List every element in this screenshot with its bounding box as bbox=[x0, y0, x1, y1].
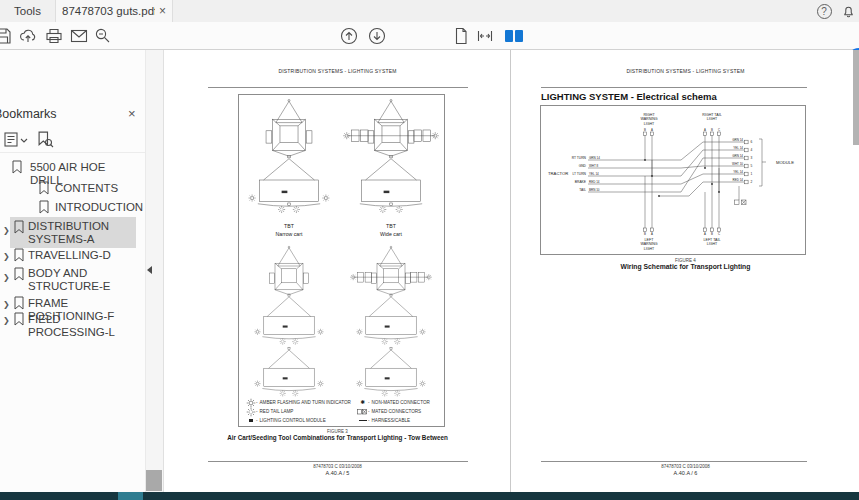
right-page-header-rule bbox=[541, 87, 807, 88]
chevron-right-icon[interactable]: ❯ bbox=[3, 300, 10, 309]
signal-label: RT TURN bbox=[572, 156, 587, 160]
light-label: RIGHT bbox=[643, 113, 655, 117]
document-scrollbar-thumb[interactable] bbox=[853, 50, 859, 145]
pin-letter: C bbox=[718, 232, 720, 236]
pin-number: 4 bbox=[751, 148, 753, 152]
pin-letter: A bbox=[704, 232, 706, 236]
pin-number: 1 bbox=[751, 172, 753, 176]
page-down-icon[interactable] bbox=[368, 27, 386, 45]
bookmarks-panel-title: Bookmarks bbox=[0, 107, 57, 121]
help-icon[interactable]: ? bbox=[816, 3, 832, 19]
signal-label: GND bbox=[579, 164, 587, 168]
wire-label: BRN 10 bbox=[589, 188, 600, 192]
chevron-right-icon[interactable]: ❯ bbox=[3, 252, 10, 261]
wire-label: YEL 14 bbox=[733, 170, 743, 174]
sidebar-item-contents[interactable]: CONTENTS bbox=[55, 182, 140, 195]
left-footer-rule bbox=[208, 461, 468, 462]
two-page-view-icon[interactable] bbox=[504, 27, 522, 45]
notifications-bell-icon[interactable] bbox=[840, 3, 856, 19]
collapse-panel-icon[interactable] bbox=[147, 266, 152, 274]
bookmarks-panel: Bookmarks × 5500 AIR HOE DRILL bbox=[0, 50, 145, 492]
acrobat-window: Tools 87478703 guts.pdf (... × ? bbox=[0, 0, 859, 500]
left-footer-page: A.40.A / 5 bbox=[165, 470, 510, 476]
sidebar-item-introduction[interactable]: INTRODUCTION bbox=[55, 201, 140, 214]
wiring-schematic-diagram: TRACTOR MODULE RT TURN GND LT TURN BRAKE… bbox=[541, 106, 805, 254]
tab-bar: Tools 87478703 guts.pdf (... × ? bbox=[0, 0, 859, 23]
light-label: LIGHT bbox=[707, 242, 718, 246]
sidebar-item-field-processing[interactable]: FIELD PROCESSING-L bbox=[28, 313, 143, 339]
bookmarks-toolbar bbox=[0, 128, 145, 153]
sidebar-item-body-structure[interactable]: BODY AND STRUCTURE-E bbox=[28, 267, 118, 293]
light-label: WARNING bbox=[640, 242, 657, 246]
pin-letter: C bbox=[718, 128, 720, 132]
legend-label: RED TAIL LAMP bbox=[260, 409, 294, 414]
wire-label: GRN 14 bbox=[589, 156, 600, 160]
panel-scrollbar-thumb[interactable] bbox=[146, 470, 162, 491]
bookmark-options-icon[interactable] bbox=[4, 131, 28, 149]
wire-label: WHT 8 bbox=[589, 164, 599, 168]
light-label: RIGHT TAIL bbox=[702, 113, 721, 117]
pin-letter: B bbox=[711, 232, 713, 236]
fit-width-icon[interactable] bbox=[476, 27, 494, 45]
page-up-icon[interactable] bbox=[340, 27, 358, 45]
close-panel-icon[interactable]: × bbox=[128, 106, 136, 121]
taskbar-accent-segment bbox=[118, 492, 143, 500]
tab-tools[interactable]: Tools bbox=[0, 0, 55, 22]
pin-letter: B bbox=[644, 232, 646, 236]
section-title: LIGHTING SYSTEM - Electrical schema bbox=[541, 91, 717, 102]
wire-label: GRN 14 bbox=[732, 154, 743, 158]
page-divider bbox=[510, 50, 511, 492]
light-label: WARNING bbox=[640, 117, 657, 121]
signal-label: LT TURN bbox=[572, 172, 586, 176]
save-icon[interactable] bbox=[0, 27, 12, 45]
zoom-magnifier-icon[interactable] bbox=[94, 27, 112, 45]
email-icon[interactable] bbox=[70, 27, 88, 45]
legend-label: LIGHTING CONTROL MODULE bbox=[260, 418, 326, 423]
chevron-right-icon[interactable]: ❯ bbox=[3, 226, 10, 235]
non-mated-connector-icon: ✱ bbox=[357, 400, 368, 405]
signal-label: BRAKE bbox=[575, 180, 587, 184]
tab-document[interactable]: 87478703 guts.pdf (... × bbox=[55, 0, 173, 22]
chevron-right-icon[interactable]: ❯ bbox=[3, 273, 10, 282]
pin-number: 5 bbox=[751, 164, 753, 168]
signal-label: TAIL bbox=[579, 188, 586, 192]
wire-label: RED 14 bbox=[589, 180, 600, 184]
wire-label: YEL 14 bbox=[733, 146, 743, 150]
sidebar-item-travelling[interactable]: TRAVELLING-D bbox=[28, 249, 133, 262]
pin-number: 3 bbox=[751, 156, 753, 160]
light-label: LIGHT bbox=[644, 122, 655, 126]
sidebar-item-distribution-systems[interactable]: DISTRIBUTION SYSTEMS-A bbox=[28, 220, 128, 246]
right-footer-rule bbox=[541, 461, 807, 462]
left-footer-code: 87478703 C 03/10/2008 bbox=[165, 464, 510, 469]
main-toolbar: / 272 bbox=[0, 22, 859, 50]
legend-label: HARNESS/CABLE bbox=[372, 418, 411, 423]
right-footer-page: A.40.A / 6 bbox=[512, 470, 859, 476]
wire-label: RED 14 bbox=[732, 178, 743, 182]
left-figure-caption: Air Cart/Seeding Tool Combinations for T… bbox=[170, 434, 505, 441]
right-figure-caption: Wiring Schematic for Transport Lighting bbox=[512, 263, 859, 270]
diagram-label: TBT bbox=[284, 223, 295, 229]
tab-tools-label: Tools bbox=[14, 5, 41, 17]
wire-label: WHT 10 bbox=[732, 162, 743, 166]
close-tab-icon[interactable]: × bbox=[159, 4, 166, 18]
pin-letter: A bbox=[704, 128, 706, 132]
left-page-header-rule bbox=[208, 87, 468, 88]
module-label: MODULE bbox=[776, 160, 794, 165]
light-label: LEFT bbox=[645, 238, 655, 242]
print-icon[interactable] bbox=[45, 27, 63, 45]
red-tail-lamp-icon bbox=[245, 407, 256, 417]
locate-current-bookmark-icon[interactable] bbox=[36, 131, 54, 149]
wire-label: YEL 14 bbox=[589, 172, 599, 176]
right-footer-code: 87478703 C 03/10/2008 bbox=[512, 464, 859, 469]
diagram-label: TBT bbox=[386, 223, 397, 229]
chevron-right-icon[interactable]: ❯ bbox=[3, 316, 10, 325]
pin-letter: B bbox=[711, 128, 713, 132]
legend-label: NON-MATED CONNECTOR bbox=[372, 400, 430, 405]
pin-letter: A bbox=[651, 128, 653, 132]
pin-letter: B bbox=[644, 128, 646, 132]
share-upload-icon[interactable] bbox=[19, 27, 37, 45]
figure-legend: - AMBER FLASHING AND TURN INDICATOR - RE… bbox=[245, 398, 441, 425]
diagram-label: Wide cart bbox=[380, 231, 402, 237]
single-page-view-icon[interactable] bbox=[452, 27, 470, 45]
tab-document-label: 87478703 guts.pdf (... bbox=[62, 5, 155, 17]
